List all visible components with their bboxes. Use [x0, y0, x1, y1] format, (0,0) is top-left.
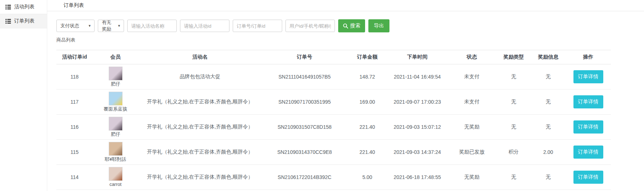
column-header: 操作 — [565, 50, 611, 64]
chevron-down-icon: ▼ — [88, 24, 91, 28]
pay-status-select[interactable]: 支付状态 ▼ — [56, 20, 95, 32]
order-detail-button[interactable]: 订单详情 — [573, 171, 603, 184]
member-cell: carrot — [93, 165, 138, 190]
order-detail-button[interactable]: 订单详情 — [573, 95, 603, 108]
amount-cell: 221.40 — [347, 115, 387, 140]
order-detail-button[interactable]: 订单详情 — [573, 120, 603, 134]
order-id-cell: 115 — [56, 140, 93, 165]
search-icon — [343, 23, 348, 29]
main-area: 订单列表 支付状态 ▼ 有无奖励 ▼ — [47, 0, 644, 191]
time-cell: 2021-06-18 17:48:55 — [387, 165, 447, 190]
member-nickname: 肥仔 — [111, 131, 120, 137]
export-button[interactable]: 导出 — [368, 19, 389, 32]
status-cell: 未支付 — [447, 64, 496, 89]
reward-type-cell: 积分 — [496, 140, 531, 165]
time-cell: 2021-09-03 15:07:12 — [387, 115, 447, 140]
column-header: 奖励类型 — [496, 50, 531, 64]
user-input[interactable] — [285, 20, 335, 32]
table-row: 115 耶¥耶對話 开学礼（礼义之始,在于正容体,齐颜色,顺辞令） SN2109… — [56, 140, 611, 165]
column-header: 订单金额 — [347, 50, 387, 64]
orders-table: 活动订单id会员活动名订单号订单金额下单时间状态奖励类型奖励信息操作 118 肥… — [56, 50, 611, 190]
content: 支付状态 ▼ 有无奖励 ▼ — [47, 11, 644, 190]
column-header: 订单号 — [262, 50, 347, 64]
order-id-cell: 117 — [56, 89, 93, 115]
column-header: 下单时间 — [387, 50, 447, 64]
reward-type-cell: 无 — [496, 115, 531, 140]
reward-info-cell: 无 — [531, 115, 565, 140]
amount-cell: 5.00 — [347, 165, 387, 190]
order-no-cell: SN21110416491057B5 — [262, 64, 347, 89]
action-cell: 订单详情 — [565, 165, 611, 190]
table-row: 116 肥仔 开学礼（礼义之始,在于正容体,齐颜色,顺辞令） SN2109031… — [56, 115, 611, 140]
reward-type-cell: 无 — [496, 89, 531, 115]
orders-table-wrap: 活动订单id会员活动名订单号订单金额下单时间状态奖励类型奖励信息操作 118 肥… — [56, 50, 644, 190]
sidebar-item-activity-list[interactable]: 活动列表 — [0, 0, 47, 14]
activity-name-cell: 开学礼（礼义之始,在于正容体,齐颜色,顺辞令） — [138, 115, 262, 140]
search-button[interactable]: 搜索 — [338, 19, 365, 32]
table-row: 114 carrot 开学礼（礼义之始,在于正容体,齐颜色,顺辞令） SN210… — [56, 165, 611, 190]
member-nickname: 肥仔 — [111, 81, 120, 87]
app-window: 活动列表 订单列表 订单列表 支付状态 — [0, 0, 644, 191]
order-id-cell: 116 — [56, 115, 93, 140]
order-no-cell: SN2109071700351995 — [262, 89, 347, 115]
section-label-product-list: 商品列表 — [56, 37, 644, 43]
activity-name-input[interactable] — [127, 20, 177, 32]
status-cell: 奖励已发放 — [447, 140, 496, 165]
activity-name-cell: 开学礼（礼义之始,在于正容体,齐颜色,顺辞令） — [138, 140, 262, 165]
order-id-cell: 114 — [56, 165, 93, 190]
activity-id-input[interactable] — [180, 20, 229, 32]
column-header: 奖励信息 — [531, 50, 565, 64]
time-cell: 2021-11-04 16:49:54 — [387, 64, 447, 89]
amount-cell: 148.72 — [347, 64, 387, 89]
reward-select-label: 有无奖励 — [102, 19, 114, 32]
time-cell: 2021-09-03 14:37:24 — [387, 140, 447, 165]
member-cell: 肥仔 — [93, 115, 138, 140]
table-row: 117 覆面系蓝孩 开学礼（礼义之始,在于正容体,齐颜色,顺辞令） SN2109… — [56, 89, 611, 115]
column-header: 状态 — [447, 50, 496, 64]
list-icon — [5, 5, 11, 9]
action-cell: 订单详情 — [565, 64, 611, 89]
order-no-cell: SN21061722014B392C — [262, 165, 347, 190]
sidebar-item-label: 订单列表 — [14, 18, 35, 24]
table-row: 118 肥仔 品牌包包活动大促 SN21110416491057B5 148.7… — [56, 64, 611, 89]
search-button-label: 搜索 — [350, 23, 360, 29]
reward-select[interactable]: 有无奖励 ▼ — [98, 20, 124, 32]
member-nickname: 耶¥耶對話 — [105, 156, 126, 162]
avatar — [109, 117, 123, 131]
member-cell: 肥仔 — [93, 64, 138, 89]
time-cell: 2021-09-07 17:00:23 — [387, 89, 447, 115]
column-header: 活动名 — [138, 50, 262, 64]
avatar — [109, 167, 123, 181]
order-id-cell: 118 — [56, 64, 93, 89]
order-detail-button[interactable]: 订单详情 — [573, 70, 603, 83]
activity-name-cell: 开学礼（礼义之始,在于正容体,齐颜色,顺辞令） — [138, 165, 262, 190]
order-no-cell: SN2109031507C8D158 — [262, 115, 347, 140]
tab-bar: 订单列表 — [47, 0, 644, 11]
status-cell: 未支付 — [447, 89, 496, 115]
chevron-down-icon: ▼ — [117, 24, 121, 28]
order-detail-button[interactable]: 订单详情 — [573, 146, 603, 159]
tab-order-list[interactable]: 订单列表 — [64, 2, 84, 9]
status-cell: 无奖励 — [447, 115, 496, 140]
export-button-label: 导出 — [374, 23, 384, 29]
pay-status-select-label: 支付状态 — [60, 23, 79, 29]
activity-name-cell: 开学礼（礼义之始,在于正容体,齐颜色,顺辞令） — [138, 89, 262, 115]
reward-info-cell: 无 — [531, 165, 565, 190]
member-nickname: 覆面系蓝孩 — [104, 106, 127, 112]
column-header: 活动订单id — [56, 50, 93, 64]
list-icon — [5, 19, 11, 24]
order-no-input[interactable] — [233, 20, 282, 32]
reward-info-cell: 无 — [531, 64, 565, 89]
sidebar: 活动列表 订单列表 — [0, 0, 47, 191]
activity-name-cell: 品牌包包活动大促 — [138, 64, 262, 89]
avatar — [109, 142, 123, 156]
action-cell: 订单详情 — [565, 140, 611, 165]
table-header: 活动订单id会员活动名订单号订单金额下单时间状态奖励类型奖励信息操作 — [56, 50, 611, 64]
sidebar-item-order-list[interactable]: 订单列表 — [0, 14, 47, 28]
order-no-cell: SN21090314370CC9E8 — [262, 140, 347, 165]
filter-bar: 支付状态 ▼ 有无奖励 ▼ — [56, 19, 644, 32]
avatar — [109, 92, 123, 106]
reward-info-cell: 无 — [531, 89, 565, 115]
action-cell: 订单详情 — [565, 89, 611, 115]
reward-type-cell: 无 — [496, 64, 531, 89]
